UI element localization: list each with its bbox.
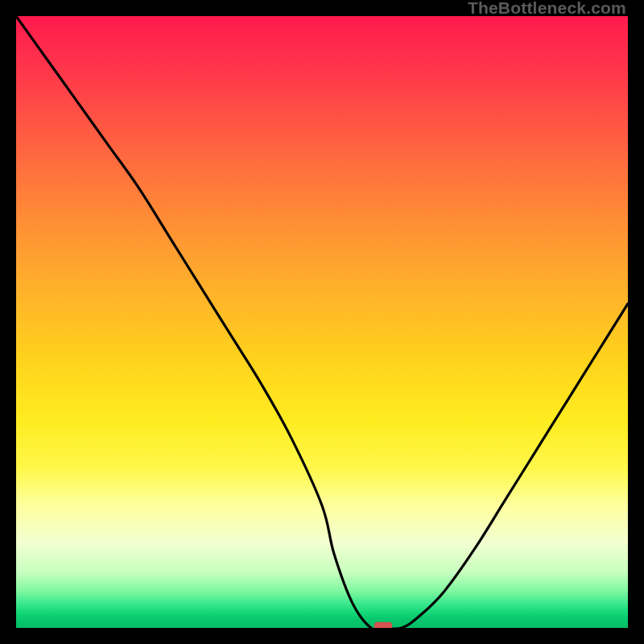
bottleneck-curve (16, 16, 628, 628)
plot-area (16, 16, 628, 628)
watermark-label: TheBottleneck.com (468, 0, 626, 16)
chart-svg (16, 16, 628, 628)
minimum-marker (374, 622, 392, 628)
chart-frame: TheBottleneck.com (0, 0, 644, 644)
